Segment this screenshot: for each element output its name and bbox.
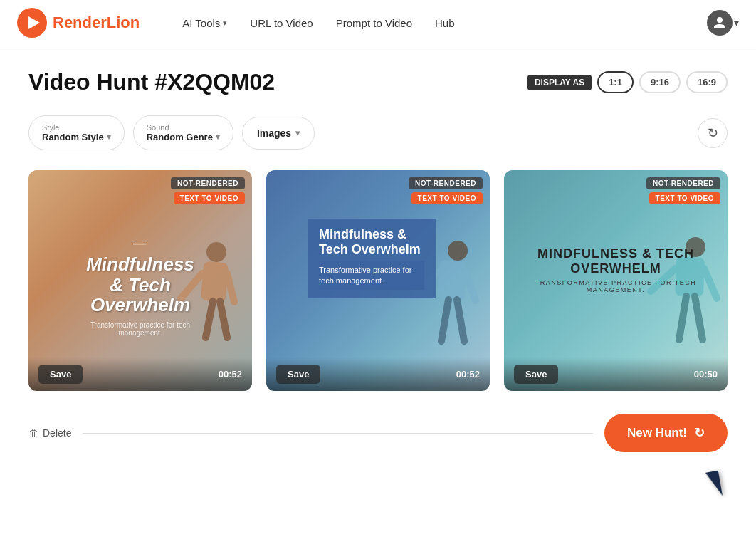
style-filter-button[interactable]: Style Random Style ▾ [28,115,125,150]
bottom-row: 🗑 Delete New Hunt! ↻ [28,414,728,452]
delete-separator [83,433,592,434]
card-1-overlay-text: — Mindfulness & Tech Overwhelm Transform… [85,235,196,337]
sound-filter-label: Sound [147,123,169,132]
video-grid: — Mindfulness & Tech Overwhelm Transform… [28,170,728,391]
logo-icon [17,8,47,38]
images-chevron-icon: ▾ [295,128,300,138]
new-hunt-refresh-icon: ↻ [694,425,705,441]
svg-line-11 [466,272,476,300]
card-2-sub-text: Transformative practice for tech managem… [319,265,424,286]
svg-point-8 [448,241,468,261]
ratio-btn-9-16[interactable]: 9:16 [639,71,681,93]
card-3-overlay-text: MINDFULNESS & TECH OVERWHELM TRANSFORMAT… [515,246,717,293]
card-3-not-rendered-badge: NOT-RENDERED [646,177,720,189]
user-avatar[interactable] [707,10,733,36]
card-3-badges: NOT-RENDERED TEXT TO VIDEO [646,177,720,204]
card-2-type-badge: TEXT TO VIDEO [411,192,483,204]
svg-line-7 [220,301,227,338]
style-filter-value: Random Style ▾ [42,132,111,142]
svg-line-12 [441,300,448,341]
delete-button[interactable]: 🗑 Delete [28,427,71,439]
svg-line-13 [457,300,464,341]
video-card-3[interactable]: MINDFULNESS & TECH OVERWHELM TRANSFORMAT… [504,170,728,391]
nav-item-prompt-to-video[interactable]: Prompt to Video [327,11,421,35]
card-1-save-button[interactable]: Save [38,365,83,384]
svg-line-5 [227,273,234,302]
style-filter-label: Style [42,123,59,132]
logo-text: RenderLion [53,14,140,32]
svg-rect-9 [438,260,467,300]
chevron-down-icon: ▾ [223,19,227,28]
card-1-bottom: Save 00:52 [28,357,252,391]
images-filter-button[interactable]: Images ▾ [242,117,315,150]
svg-rect-3 [201,261,229,303]
card-3-duration: 00:50 [694,369,718,380]
filters-row: Style Random Style ▾ Sound Random Genre … [28,115,728,150]
card-2-bottom: Save 00:52 [266,357,490,391]
card-1-duration: 00:52 [219,369,242,380]
nav-item-hub[interactable]: Hub [426,11,463,35]
style-chevron-icon: ▾ [107,132,111,142]
nav-item-url-to-video[interactable]: URL to Video [241,11,321,35]
svg-line-18 [679,296,686,340]
refresh-button[interactable]: ↻ [698,118,728,148]
trash-icon: 🗑 [28,427,38,439]
logo[interactable]: RenderLion [17,8,140,38]
svg-line-6 [206,301,213,338]
svg-line-19 [695,296,703,340]
video-card-1[interactable]: — Mindfulness & Tech Overwhelm Transform… [28,170,252,391]
sound-filter-button[interactable]: Sound Random Genre ▾ [133,115,233,150]
ratio-btn-16-9[interactable]: 16:9 [686,71,728,93]
video-card-2[interactable]: Mindfulness & Tech Overwhelm Transformat… [266,170,490,391]
svg-point-2 [206,242,226,262]
card-1-main-text: Mindfulness & Tech Overwhelm [85,254,196,315]
card-3-save-button[interactable]: Save [514,365,558,384]
main-content: Video Hunt #X2QQM02 DISPLAY AS 1:1 9:16 … [0,46,756,475]
title-row: Video Hunt #X2QQM02 DISPLAY AS 1:1 9:16 … [28,69,728,95]
header: RenderLion AI Tools ▾ URL to Video Promp… [0,0,756,46]
header-right: ▾ [707,10,739,36]
card-1-not-rendered-badge: NOT-RENDERED [171,177,245,189]
sound-filter-value: Random Genre ▾ [147,132,220,142]
card-2-duration: 00:52 [456,369,480,380]
images-filter-label: Images [257,127,291,139]
card-2-badges: NOT-RENDERED TEXT TO VIDEO [409,177,483,204]
refresh-icon: ↻ [708,125,718,141]
card-1-sub-text: Transformative practice for tech managem… [85,321,196,337]
new-hunt-button[interactable]: New Hunt! ↻ [604,414,728,452]
card-2-save-button[interactable]: Save [276,365,320,384]
display-as-group: DISPLAY AS 1:1 9:16 16:9 [527,71,728,93]
card-3-type-badge: TEXT TO VIDEO [649,192,720,204]
card-1-type-badge: TEXT TO VIDEO [174,192,245,204]
card-3-bottom: Save 00:50 [504,357,728,391]
display-as-label: DISPLAY AS [527,75,592,90]
card-1-badges: NOT-RENDERED TEXT TO VIDEO [171,177,245,204]
card-3-sub-text: TRANSFORMATIVE PRACTICE FOR TECH MANAGEM… [515,279,717,293]
card-2-overlay-box: Mindfulness & Tech Overwhelm Transformat… [308,219,436,298]
nav-item-ai-tools[interactable]: AI Tools ▾ [174,11,236,35]
user-menu-chevron[interactable]: ▾ [734,17,739,28]
card-2-sub-box: Transformative practice for tech managem… [319,261,424,290]
ratio-btn-1-1[interactable]: 1:1 [597,71,634,93]
delete-label: Delete [43,427,71,439]
new-hunt-label: New Hunt! [627,426,687,440]
card-2-not-rendered-badge: NOT-RENDERED [409,177,483,189]
card-2-main-text: Mindfulness & Tech Overwhelm [319,227,424,256]
card-1-dash: — [85,235,196,251]
main-nav: AI Tools ▾ URL to Video Prompt to Video … [174,11,684,35]
card-3-main-text: MINDFULNESS & TECH OVERWHELM [515,246,717,276]
page-title: Video Hunt #X2QQM02 [28,69,275,95]
sound-chevron-icon: ▾ [216,132,220,142]
